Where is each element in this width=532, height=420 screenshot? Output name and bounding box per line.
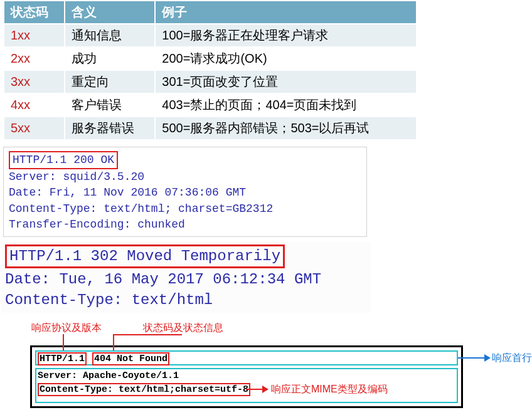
cell-code: 1xx (4, 24, 65, 47)
first-line-text: HTTP/1.1 404 Not Found (38, 352, 169, 365)
cell-example: 301=页面改变了位置 (155, 70, 417, 93)
table-header-row: 状态码 含义 例子 (4, 1, 417, 24)
http-header-line: Date: Tue, 16 May 2017 06:12:34 GMT (5, 271, 321, 288)
table-row: 2xx 成功 200=请求成功(OK) (4, 47, 417, 70)
cell-code: 2xx (4, 47, 65, 70)
http-header-line: Content-Type: text/html; charset=GB2312 (9, 202, 273, 215)
table-row: 3xx 重定向 301=页面改变了位置 (4, 70, 417, 93)
proto-box: HTTP/1.1 (38, 352, 87, 365)
content-type-box: Content-Type: text/html;charset=utf-8 (38, 383, 250, 396)
th-meaning: 含义 (65, 1, 155, 24)
http-404-diagram: 响应协议及版本 状态码及状态信息 HTTP/1.1 404 Not Found … (0, 322, 532, 409)
http-header-line: Server: squid/3.5.20 (9, 171, 144, 183)
http-302-block: HTTP/1.1 302 Moved Temporarily Date: Tue… (1, 242, 371, 313)
cell-code: 3xx (4, 70, 65, 93)
server-header: Server: Apache-Coyote/1.1 (38, 370, 179, 381)
conn-line-status (113, 334, 114, 350)
content-type-header: Content-Type: text/html;charset=utf-8 (38, 383, 250, 396)
conn-line-proto (63, 334, 64, 350)
cell-code: 5xx (4, 117, 65, 140)
http-header-line: Content-Type: text/html (5, 291, 213, 308)
cell-meaning: 通知信息 (65, 24, 155, 47)
cell-example: 200=请求成功(OK) (155, 47, 417, 70)
cell-meaning: 成功 (65, 47, 155, 70)
cell-meaning: 服务器错误 (65, 117, 155, 140)
label-firstline: 响应首行 (492, 352, 532, 365)
cell-meaning: 重定向 (65, 70, 155, 93)
cell-meaning: 客户错误 (65, 93, 155, 117)
label-protocol: 响应协议及版本 (31, 322, 102, 335)
table-row: 4xx 客户错误 403=禁止的页面；404=页面未找到 (4, 93, 417, 117)
http-200-status-line: HTTP/1.1 200 OK (9, 151, 118, 169)
conn-line-status-h (113, 334, 182, 335)
cell-code: 4xx (4, 93, 65, 117)
table-row: 1xx 通知信息 100=服务器正在处理客户请求 (4, 24, 417, 47)
arrow-mime-line (246, 389, 262, 390)
cell-example: 500=服务器内部错误；503=以后再试 (155, 117, 417, 140)
th-example: 例子 (155, 1, 417, 24)
label-mime: 响应正文MIME类型及编码 (271, 383, 388, 396)
status-code-table: 状态码 含义 例子 1xx 通知信息 100=服务器正在处理客户请求 2xx 成… (3, 0, 417, 140)
http-header-line: Transfer-Encoding: chunked (9, 218, 185, 231)
cell-example: 403=禁止的页面；404=页面未找到 (155, 93, 417, 117)
th-code: 状态码 (4, 1, 65, 24)
http-header-line: Date: Fri, 11 Nov 2016 07:36:06 GMT (9, 186, 246, 199)
cell-example: 100=服务器正在处理客户请求 (155, 24, 417, 47)
arrow-mime-head (262, 386, 269, 393)
label-status: 状态码及状态信息 (143, 322, 223, 335)
arrow-firstline-head (484, 354, 491, 362)
arrow-firstline-line (458, 357, 484, 359)
status-box: 404 Not Found (92, 352, 169, 365)
http-200-block: HTTP/1.1 200 OK Server: squid/3.5.20 Dat… (3, 147, 367, 237)
http-302-status-line: HTTP/1.1 302 Moved Temporarily (5, 244, 285, 268)
table-row: 5xx 服务器错误 500=服务器内部错误；503=以后再试 (4, 117, 417, 140)
